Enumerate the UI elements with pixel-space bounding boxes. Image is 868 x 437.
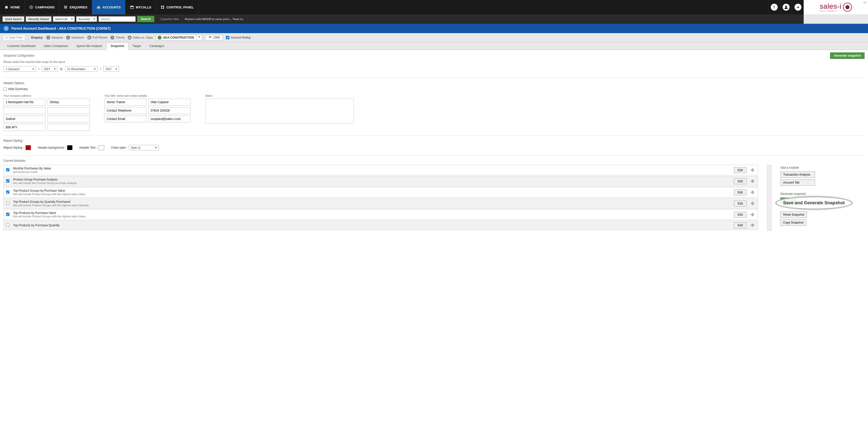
enquiry-trends[interactable]: ↗Trends xyxy=(111,36,125,40)
account-dropdown-caret[interactable]: ▼ xyxy=(197,35,202,40)
notes-textarea[interactable] xyxy=(205,99,354,124)
contact-label: Your title, name and contact details xyxy=(104,94,190,97)
address-line-5[interactable] xyxy=(3,115,45,123)
contact-phone[interactable] xyxy=(149,107,190,114)
module-checkbox[interactable] xyxy=(6,202,9,205)
chevron-down-icon[interactable]: ▼ xyxy=(31,66,36,72)
address-line-4[interactable] xyxy=(48,107,90,114)
chevron-down-icon[interactable]: ▼ xyxy=(92,66,98,72)
account-selector[interactable]: AKA CONSTRUCTION xyxy=(156,35,197,40)
customer-view-label[interactable]: Customer View xyxy=(160,18,179,21)
address-line-6[interactable] xyxy=(48,115,90,123)
hide-summary-row[interactable]: Hide Summary xyxy=(3,87,865,91)
from-year-select[interactable]: 2017▼ xyxy=(42,66,57,72)
scrollbar[interactable] xyxy=(767,165,772,231)
address-line-7[interactable] xyxy=(3,124,45,131)
profile-button[interactable] xyxy=(780,0,792,14)
enquiry-full-picture[interactable]: ◐Full Picture xyxy=(87,36,107,40)
help-button[interactable]: ? xyxy=(768,0,780,14)
address-line-8[interactable] xyxy=(48,124,90,131)
contact-name[interactable] xyxy=(149,99,190,106)
chevron-down-icon[interactable]: ▼ xyxy=(153,145,159,150)
hide-summary-checkbox[interactable] xyxy=(3,88,7,91)
generate-snapshot-button-top[interactable]: Generate snapshot xyxy=(830,53,865,59)
nav-mycalls-label: MYCALLS xyxy=(136,5,151,9)
contact-phone-label[interactable] xyxy=(104,107,147,114)
module-checkbox[interactable] xyxy=(6,223,9,227)
search-button[interactable]: Search xyxy=(137,16,154,22)
enquiry-variance-plus[interactable]: +Variance+ xyxy=(66,36,84,40)
nav-control-panel[interactable]: CONTROL PANEL xyxy=(156,0,199,14)
module-checkbox[interactable] xyxy=(6,179,9,182)
module-checkbox[interactable] xyxy=(6,213,9,216)
search-all-select[interactable]: Search All ▼ xyxy=(53,16,75,22)
contact-email[interactable] xyxy=(149,115,190,123)
chevron-down-icon[interactable]: ▼ xyxy=(52,66,58,72)
search-all-label: Search All xyxy=(55,18,67,21)
contact-title-label[interactable] xyxy=(104,99,147,106)
drag-handle-icon[interactable]: ✥ xyxy=(749,222,755,228)
header-text-swatch[interactable] xyxy=(99,145,104,150)
module-edit-button[interactable]: Edit xyxy=(734,178,746,184)
module-edit-button[interactable]: Edit xyxy=(734,212,746,217)
tab-snapshot[interactable]: Snapshot xyxy=(106,42,128,50)
nav-home[interactable]: HOME xyxy=(0,0,25,14)
tab-customer-dashboard[interactable]: Customer Dashboard xyxy=(3,42,39,50)
module-edit-button[interactable]: Edit xyxy=(734,190,746,195)
copy-snapshot-button[interactable]: Copy Snapshot xyxy=(780,220,806,226)
drag-handle-icon[interactable]: ✥ xyxy=(749,201,755,206)
search-input[interactable] xyxy=(98,16,135,22)
list-icon xyxy=(64,5,67,9)
transaction-analysis-button[interactable]: Transaction Analysis xyxy=(780,171,815,178)
nav-accounts[interactable]: ACCOUNTS xyxy=(92,0,125,14)
svg-rect-12 xyxy=(161,7,162,9)
module-checkbox[interactable] xyxy=(6,168,9,171)
date-filter-button[interactable]: Date Filter xyxy=(3,35,25,40)
tab-campaigns[interactable]: Campaigns xyxy=(145,42,168,50)
drag-handle-icon[interactable]: ✥ xyxy=(749,190,755,195)
tab-spend-mix[interactable]: Spend Mix Analysis xyxy=(72,42,106,50)
address-line-3[interactable] xyxy=(3,107,45,114)
rollup-check[interactable] xyxy=(226,36,229,39)
enquiry-sales-gaps[interactable]: ◑Sales vs. Gaps xyxy=(128,36,153,40)
chevron-down-icon[interactable]: ▼ xyxy=(69,16,75,22)
module-checkbox[interactable] xyxy=(6,191,9,194)
chevron-down-icon[interactable]: ▼ xyxy=(92,16,97,22)
nav-enquiries[interactable]: ENQUIRIES xyxy=(59,0,92,14)
contact-email-label[interactable] xyxy=(104,115,147,123)
to-year-label: 2017 xyxy=(106,68,112,70)
module-edit-button[interactable]: Edit xyxy=(734,201,746,206)
account-name: AKA CONSTRUCTION xyxy=(163,36,194,39)
chart-style-select[interactable]: Style 11▼ xyxy=(129,145,159,150)
chevron-down-icon[interactable]: ▼ xyxy=(114,66,119,72)
date-sep: / xyxy=(39,67,39,71)
from-month-select[interactable]: 1 (January)▼ xyxy=(3,66,36,72)
nav-mycalls[interactable]: MYCALLS xyxy=(125,0,156,14)
address-line-1[interactable] xyxy=(3,99,45,106)
quick-search-button[interactable]: Quick Search xyxy=(2,16,24,22)
reset-snapshot-button[interactable]: Reset Snapshot xyxy=(780,211,807,218)
drag-handle-icon[interactable]: ✥ xyxy=(749,167,755,173)
to-month-select[interactable]: 11 (November)▼ xyxy=(65,66,98,72)
module-row: Top Product Groups by Purchase Valuethis… xyxy=(3,187,758,198)
account-tab-button[interactable]: Account Tab xyxy=(780,179,815,186)
address-line-2[interactable] xyxy=(48,99,90,106)
gaps-icon: ◑ xyxy=(128,36,132,40)
nav-campaigns[interactable]: CAMPAIGNS xyxy=(25,0,59,14)
next-button[interactable]: ➔ xyxy=(792,0,804,14)
tab-target[interactable]: Target xyxy=(128,42,145,50)
account-rollup-checkbox[interactable]: Account Rollup xyxy=(226,36,251,39)
to-year-select[interactable]: 2017▼ xyxy=(103,66,119,72)
module-edit-button[interactable]: Edit xyxy=(734,222,746,228)
enquiry-variance[interactable]: ±Variance xyxy=(46,36,63,40)
tab-sales-comparison[interactable]: Sales Comparison xyxy=(39,42,72,50)
recently-viewed-button[interactable]: Recently Viewed xyxy=(26,16,52,22)
report-styling-swatch[interactable] xyxy=(26,145,31,150)
header-bg-swatch[interactable] xyxy=(67,145,72,150)
module-edit-button[interactable]: Edit xyxy=(734,167,746,173)
svg-line-17 xyxy=(7,38,8,39)
drag-handle-icon[interactable]: ✥ xyxy=(749,178,755,184)
crm-button[interactable]: CRM xyxy=(205,35,223,40)
drag-handle-icon[interactable]: ✥ xyxy=(749,212,755,217)
accounts-select[interactable]: Accounts ▼ xyxy=(76,16,97,22)
